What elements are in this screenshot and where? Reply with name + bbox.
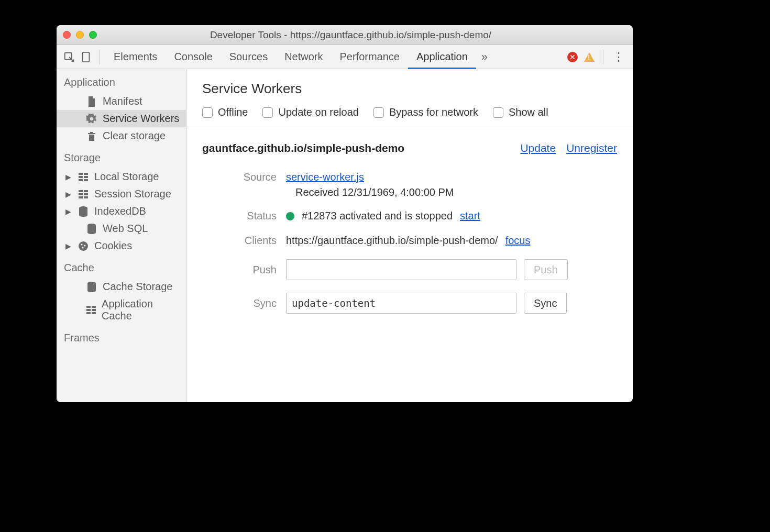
- svg-rect-24: [92, 309, 96, 311]
- option-row: Offline Update on reload Bypass for netw…: [202, 106, 617, 118]
- settings-kebab-icon[interactable]: ⋮: [609, 50, 629, 64]
- tabbar-divider-right: [603, 50, 603, 64]
- cookie-icon: [78, 241, 89, 251]
- body: Application ▶ Manifest ▶ Service Workers…: [57, 69, 633, 402]
- device-toggle-icon[interactable]: [78, 49, 94, 65]
- database-icon: [86, 224, 97, 234]
- grid-icon: [78, 173, 89, 181]
- tab-sources[interactable]: Sources: [221, 45, 276, 69]
- sidebar-item-clear-storage[interactable]: ▶ Clear storage: [57, 127, 186, 145]
- zoom-window-button[interactable]: [89, 31, 97, 39]
- tab-console[interactable]: Console: [166, 45, 221, 69]
- grid-icon: [78, 190, 89, 198]
- svg-rect-3: [84, 173, 88, 175]
- error-badge-icon[interactable]: ✕: [567, 52, 578, 62]
- status-text: #12873 activated and is stopped: [302, 210, 453, 222]
- svg-rect-23: [86, 309, 91, 311]
- tabs-overflow-button[interactable]: »: [476, 50, 493, 64]
- svg-rect-7: [84, 179, 88, 181]
- checkbox-icon: [262, 107, 273, 118]
- check-update-on-reload[interactable]: Update on reload: [262, 106, 358, 118]
- warning-badge-icon[interactable]: [584, 52, 595, 62]
- source-received-text: Received 12/31/1969, 4:00:00 PM: [213, 186, 617, 198]
- client-url: https://gauntface.github.io/simple-push-…: [286, 235, 498, 247]
- svg-point-18: [84, 245, 86, 246]
- status-start-link[interactable]: start: [460, 210, 480, 222]
- tree-expand-icon[interactable]: ▶: [64, 173, 72, 181]
- check-label: Update on reload: [278, 106, 358, 118]
- status-dot-icon: [286, 212, 294, 220]
- field-label: Push: [213, 264, 286, 276]
- source-link[interactable]: service-worker.js: [286, 171, 364, 183]
- svg-rect-22: [92, 306, 96, 308]
- sidebar-item-websql[interactable]: ▶ Web SQL: [57, 220, 186, 237]
- check-label: Show all: [509, 106, 548, 118]
- field-label: Sync: [213, 297, 286, 309]
- unregister-link[interactable]: Unregister: [566, 142, 617, 154]
- checkbox-icon: [373, 107, 384, 118]
- sidebar-header-cache: Cache: [57, 254, 186, 278]
- sidebar-item-manifest[interactable]: ▶ Manifest: [57, 93, 186, 110]
- svg-rect-6: [79, 179, 83, 181]
- field-label: Status: [213, 210, 286, 222]
- tree-expand-icon[interactable]: ▶: [64, 190, 72, 198]
- svg-point-17: [81, 243, 83, 245]
- tab-application[interactable]: Application: [408, 45, 476, 69]
- sidebar-item-app-cache[interactable]: ▶ Application Cache: [57, 295, 186, 325]
- field-label: Source: [213, 171, 286, 183]
- sidebar-item-label: Clear storage: [103, 130, 166, 142]
- svg-rect-12: [79, 196, 83, 198]
- details-grid: Source service-worker.js Received 12/31/…: [186, 160, 633, 336]
- document-icon: [86, 96, 97, 107]
- client-focus-link[interactable]: focus: [505, 235, 531, 247]
- tab-performance[interactable]: Performance: [332, 45, 409, 69]
- database-icon: [78, 206, 89, 217]
- sync-button[interactable]: Sync: [524, 293, 567, 314]
- check-offline[interactable]: Offline: [202, 106, 248, 118]
- sidebar-item-session-storage[interactable]: ▶ Session Storage: [57, 185, 186, 203]
- sidebar-item-cache-storage[interactable]: ▶ Cache Storage: [57, 278, 186, 295]
- tab-elements[interactable]: Elements: [105, 45, 166, 69]
- inspect-icon[interactable]: [61, 49, 78, 65]
- svg-rect-11: [84, 193, 88, 195]
- sidebar-header-frames: Frames: [57, 325, 186, 348]
- grid-icon: [85, 306, 96, 314]
- devtools-window: Developer Tools - https://gauntface.gith…: [57, 25, 633, 402]
- close-window-button[interactable]: [63, 31, 71, 39]
- svg-rect-9: [84, 190, 88, 192]
- update-link[interactable]: Update: [520, 142, 556, 154]
- tree-expand-icon[interactable]: ▶: [64, 207, 72, 216]
- row-clients: Clients https://gauntface.github.io/simp…: [213, 228, 617, 253]
- sidebar-item-local-storage[interactable]: ▶ Local Storage: [57, 168, 186, 185]
- check-bypass-for-network[interactable]: Bypass for network: [373, 106, 478, 118]
- checkbox-icon: [493, 107, 503, 118]
- svg-point-16: [79, 241, 88, 251]
- push-input[interactable]: [286, 259, 516, 280]
- field-label: Clients: [213, 235, 286, 247]
- titlebar: Developer Tools - https://gauntface.gith…: [57, 25, 633, 45]
- tab-network[interactable]: Network: [276, 45, 331, 69]
- sidebar-item-cookies[interactable]: ▶ Cookies: [57, 237, 186, 254]
- check-show-all[interactable]: Show all: [493, 106, 548, 118]
- sidebar-item-label: Local Storage: [94, 171, 159, 183]
- svg-rect-21: [86, 306, 91, 308]
- svg-rect-26: [92, 312, 96, 314]
- tree-expand-icon[interactable]: ▶: [64, 242, 72, 250]
- row-status: Status #12873 activated and is stopped s…: [213, 204, 617, 228]
- svg-rect-4: [79, 176, 83, 178]
- sidebar-item-service-workers[interactable]: ▶ Service Workers: [57, 110, 186, 127]
- origin-row: gauntface.github.io/simple-push-demo Upd…: [186, 127, 633, 160]
- svg-rect-25: [86, 312, 91, 314]
- svg-rect-1: [83, 52, 90, 61]
- minimize-window-button[interactable]: [76, 31, 84, 39]
- push-button[interactable]: Push: [524, 259, 568, 280]
- sync-input[interactable]: [286, 293, 516, 314]
- application-sidebar: Application ▶ Manifest ▶ Service Workers…: [57, 69, 186, 402]
- svg-rect-5: [84, 176, 88, 178]
- sidebar-item-label: Application Cache: [102, 298, 182, 322]
- sidebar-item-label: Manifest: [103, 95, 142, 107]
- svg-rect-10: [79, 193, 83, 195]
- window-controls: [63, 31, 97, 39]
- sidebar-item-indexeddb[interactable]: ▶ IndexedDB: [57, 203, 186, 220]
- sidebar-item-label: Web SQL: [103, 223, 148, 235]
